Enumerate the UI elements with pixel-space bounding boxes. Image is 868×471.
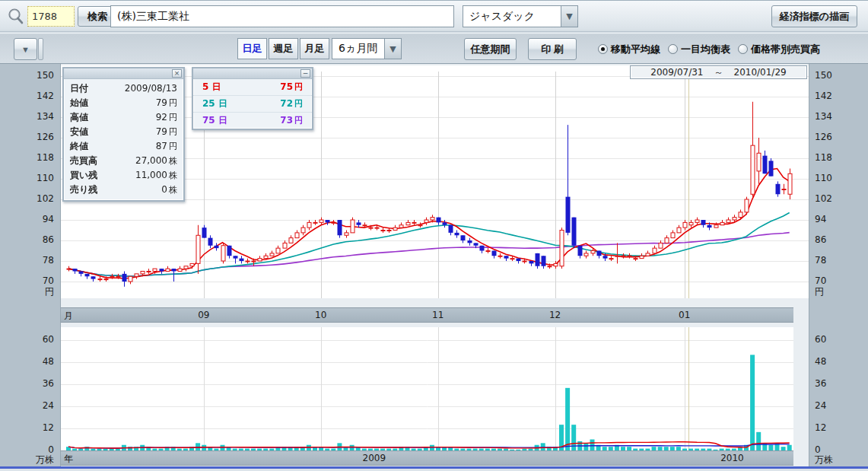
search-icon	[6, 7, 26, 27]
volume-axis-tick: 24	[815, 400, 826, 412]
info-row: 日付2009/08/13	[64, 81, 183, 96]
legend-rows: 5 日75円25 日72円75 日73円	[193, 79, 312, 129]
info-row-label: 売買高	[70, 154, 97, 167]
panel-handle[interactable]	[38, 38, 43, 60]
legend-period-label: 75 日	[202, 113, 227, 129]
tab-日足[interactable]: 日足	[237, 38, 267, 59]
range-select[interactable]: 6ヵ月間 ▼	[332, 38, 402, 59]
year-axis-strip: 年20092010	[61, 450, 793, 466]
price-axis-tick: 126	[815, 132, 832, 143]
price-axis-tick: 110	[815, 173, 832, 184]
year-label: 2009	[363, 453, 386, 463]
legend-value: 73円	[280, 113, 303, 129]
info-row-label: 高値	[70, 111, 88, 124]
info-row-unit: 円	[169, 127, 177, 137]
volume-bar-chart[interactable]	[61, 327, 793, 450]
volume-axis-unit: 万株	[815, 454, 833, 466]
radio-icon[interactable]	[738, 44, 748, 54]
price-axis-tick: 94	[43, 214, 54, 225]
toolbar-row-2: ▼ 日足週足月足 6ヵ月間 ▼ 任意期間 印 刷 移動平均線一目均衡表価格帯別売…	[0, 33, 868, 64]
price-axis-tick: 118	[37, 152, 54, 164]
month-label: 01	[679, 310, 690, 320]
window-bottom-border	[0, 466, 868, 469]
price-axis-tick: 134	[815, 111, 832, 123]
period-tabs: 日足週足月足	[237, 38, 331, 59]
legend-unit: 円	[294, 99, 303, 109]
legend-box-titlebar[interactable]: −	[193, 68, 312, 79]
info-row-value: 79円	[156, 97, 177, 110]
price-axis-tick: 78	[815, 255, 826, 266]
info-row-label: 日付	[70, 82, 88, 95]
radio-移動平均線[interactable]: 移動平均線	[598, 43, 660, 56]
legend-period-label: 5 日	[202, 79, 221, 95]
radio-一目均衡表[interactable]: 一目均衡表	[668, 43, 730, 56]
info-row-value: 2009/08/13	[125, 82, 177, 95]
volume-axis-tick: 60	[43, 334, 54, 345]
month-axis-strip: 月0910111201	[61, 307, 793, 323]
legend-unit: 円	[294, 82, 303, 92]
custom-period-button[interactable]: 任意期間	[464, 38, 517, 60]
legend-row: 25 日72円	[193, 96, 312, 113]
info-box-titlebar[interactable]: ×	[64, 68, 183, 79]
chevron-down-icon[interactable]: ▼	[384, 39, 401, 59]
info-row-unit: 円	[169, 113, 177, 123]
volume-axis-tick: 36	[815, 378, 826, 390]
info-row-unit: 株	[169, 156, 177, 166]
tab-月足[interactable]: 月足	[300, 38, 329, 59]
chevron-down-icon[interactable]: ▼	[561, 6, 577, 27]
tab-週足[interactable]: 週足	[269, 38, 298, 59]
ma-legend-box[interactable]: − 5 日75円25 日72円75 日73円	[192, 67, 313, 130]
info-row-label: 始値	[70, 97, 88, 110]
info-row-value: 79円	[156, 126, 177, 138]
legend-row: 5 日75円	[193, 79, 312, 96]
legend-row: 75 日73円	[193, 113, 312, 129]
info-row-unit: 円	[169, 142, 177, 151]
minimize-icon[interactable]: −	[300, 69, 310, 78]
market-select[interactable]: ジャスダック ▼	[463, 5, 578, 27]
price-axis-tick: 134	[37, 111, 54, 123]
price-axis-tick: 102	[815, 193, 832, 205]
price-axis-tick: 150	[815, 70, 832, 81]
price-axis-tick: 150	[37, 70, 54, 81]
economic-indicator-button[interactable]: 経済指標の描画	[771, 5, 857, 27]
month-label: 11	[432, 310, 444, 320]
info-row: 売り残0株	[64, 183, 183, 197]
volume-axis-tick: 12	[815, 422, 826, 434]
price-axis-tick: 94	[815, 214, 826, 225]
price-axis-tick: 86	[43, 234, 54, 246]
month-label: 月	[64, 310, 73, 323]
radio-label: 一目均衡表	[681, 43, 730, 56]
volume-axis-tick: 24	[43, 400, 54, 412]
radio-icon[interactable]	[598, 44, 608, 54]
price-axis-tick: 86	[815, 234, 826, 246]
radio-label: 移動平均線	[611, 43, 660, 56]
left-axis-gutter: 15014213412611811010294867870円6048362412…	[0, 64, 61, 466]
legend-value: 75円	[280, 79, 303, 95]
price-axis-tick: 78	[43, 255, 54, 266]
info-row-label: 売り残	[70, 183, 97, 196]
legend-value: 72円	[280, 96, 303, 112]
info-row-unit: 株	[169, 185, 177, 195]
month-label: 09	[198, 310, 209, 320]
radio-価格帯別売買高[interactable]: 価格帯別売買高	[738, 43, 820, 56]
close-icon[interactable]: ×	[172, 69, 182, 78]
stock-code-input[interactable]	[27, 6, 75, 27]
year-label: 年	[64, 453, 73, 466]
legend-period-label: 25 日	[202, 96, 227, 112]
radio-icon[interactable]	[668, 44, 678, 54]
company-name-field[interactable]	[110, 5, 454, 27]
year-label: 2010	[720, 453, 744, 463]
info-row-label: 買い残	[70, 169, 97, 182]
chart-zone: 15014213412611811010294867870円6048362412…	[0, 64, 868, 466]
info-row-value: 27,000株	[135, 154, 177, 167]
print-button[interactable]: 印 刷	[528, 38, 577, 60]
info-row-value: 92円	[156, 111, 177, 124]
info-row: 始値79円	[64, 96, 183, 110]
price-axis-tick: 110	[37, 173, 54, 184]
price-axis-tick: 142	[815, 91, 832, 102]
right-axis-gutter: 15014213412611811010294867870円6048362412…	[809, 64, 868, 466]
legend-unit: 円	[294, 116, 303, 126]
info-row-unit: 株	[169, 170, 177, 180]
quote-info-box[interactable]: × 日付2009/08/13始値79円高値92円安値79円終値87円売買高27,…	[62, 67, 185, 202]
expander-button[interactable]: ▼	[14, 38, 37, 60]
